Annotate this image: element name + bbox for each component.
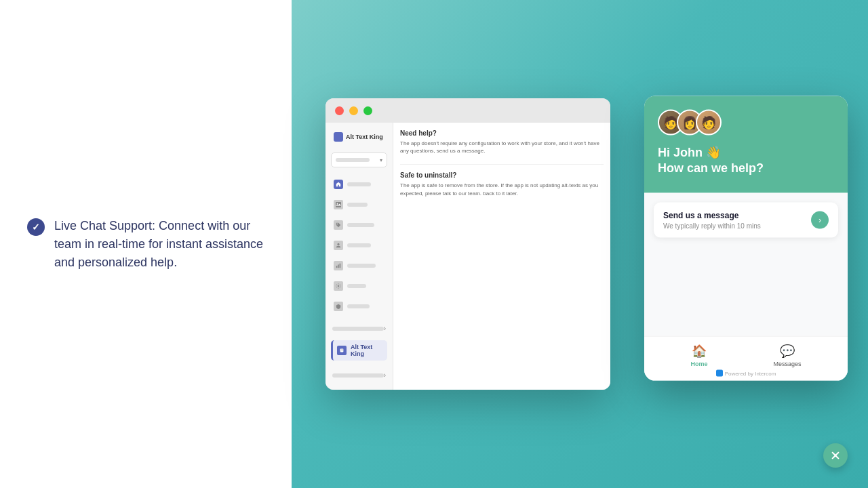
faq-text-2: The app is safe to remove from the store… [400, 182, 604, 197]
send-message-title: Send us a message [663, 210, 761, 220]
nav-item-chart[interactable] [331, 258, 387, 273]
nav-item-shield[interactable] [331, 299, 387, 314]
nav-label [347, 264, 376, 268]
chat-widget: 🧑 👩 🧑 Hi John 👋 How can we help? Send us… [644, 96, 848, 381]
app-sidebar: Alt Text King ▾ [326, 123, 393, 390]
sidebar-app-name: Alt Text King [346, 134, 383, 140]
check-icon [27, 218, 45, 236]
faq-title-2: Safe to uninstall? [400, 171, 604, 179]
active-nav-label: Alt Text King [351, 344, 383, 357]
chat-avatars: 🧑 👩 🧑 [658, 110, 834, 136]
expand-row-2[interactable]: › [331, 369, 387, 382]
chevron-right-icon: › [384, 325, 386, 332]
chevron-down-icon: ▾ [380, 157, 382, 163]
user-icon [334, 241, 343, 250]
greeting-line1: Hi John 👋 [658, 145, 834, 161]
browser-body: Alt Text King ▾ [326, 123, 610, 390]
messages-tab-icon: 💬 [780, 344, 795, 359]
nav-item-active[interactable]: Alt Text King [331, 340, 387, 361]
nav-label [347, 223, 374, 227]
left-panel: Live Chat Support: Connect with our team… [0, 0, 292, 488]
tab-home[interactable]: 🏠 Home [690, 344, 707, 367]
image-icon [334, 200, 343, 209]
chat-tabs: 🏠 Home 💬 Messages [658, 344, 834, 367]
chat-spacer [654, 244, 838, 326]
sidebar-app-header: Alt Text King [331, 129, 387, 144]
expand-row-1[interactable]: › [331, 322, 387, 335]
nav-label [347, 203, 368, 207]
settings-icon [334, 281, 343, 291]
home-icon [334, 180, 343, 189]
tab-home-label: Home [690, 361, 707, 367]
send-message-subtitle: We typically reply within 10 mins [663, 222, 761, 229]
nav-item-user[interactable] [331, 238, 387, 253]
chat-close-button[interactable] [823, 443, 848, 468]
svg-point-1 [337, 203, 338, 205]
send-message-card[interactable]: Send us a message We typically reply wit… [654, 202, 838, 237]
dropdown-bar [336, 158, 370, 162]
nav-label [347, 284, 366, 288]
shield-icon [334, 302, 343, 311]
right-panel: Alt Text King ▾ [292, 0, 868, 488]
svg-rect-8 [340, 349, 344, 352]
nav-label [347, 243, 371, 247]
faq-item-2: Safe to uninstall? The app is safe to re… [400, 171, 604, 197]
svg-rect-5 [338, 264, 339, 268]
browser-titlebar [326, 98, 610, 123]
faq-title-1: Need help? [400, 129, 604, 137]
svg-point-3 [337, 243, 339, 245]
feature-text: Live Chat Support: Connect with our team… [54, 217, 264, 272]
nav-item-tag[interactable] [331, 218, 387, 232]
app-main: Need help? The app doesn't require any c… [393, 123, 610, 390]
powered-by: Powered by Intercom [658, 370, 834, 377]
tag-icon [334, 220, 343, 230]
label-bar [332, 373, 384, 378]
svg-point-2 [337, 224, 338, 224]
intercom-logo [716, 370, 723, 377]
powered-by-text: Powered by Intercom [725, 370, 776, 376]
avatar-3: 🧑 [696, 110, 722, 136]
svg-point-7 [338, 285, 339, 287]
feature-item: Live Chat Support: Connect with our team… [27, 217, 264, 272]
sidebar-app-icon [334, 132, 343, 142]
greeting-line2: How can we help? [658, 161, 834, 176]
home-tab-icon: 🏠 [692, 344, 707, 359]
svg-rect-4 [336, 266, 338, 268]
tab-messages-label: Messages [773, 361, 801, 367]
dot-green[interactable] [363, 106, 372, 115]
divider [400, 164, 604, 165]
faq-item-1: Need help? The app doesn't require any c… [400, 129, 604, 155]
tab-messages[interactable]: 💬 Messages [773, 344, 801, 367]
chat-body: Send us a message We typically reply wit… [644, 192, 848, 336]
dot-red[interactable] [335, 106, 344, 115]
nav-item-home[interactable] [331, 177, 387, 192]
app-icon-small [337, 346, 347, 355]
browser-window: Alt Text King ▾ [326, 98, 610, 390]
nav-item-image[interactable] [331, 197, 387, 212]
chat-greeting: Hi John 👋 How can we help? [658, 145, 834, 177]
send-arrow-icon[interactable]: › [811, 211, 829, 228]
dot-yellow[interactable] [349, 106, 358, 115]
label-bar [332, 327, 384, 331]
nav-label [347, 182, 371, 186]
sidebar-dropdown[interactable]: ▾ [331, 152, 387, 167]
send-message-content: Send us a message We typically reply wit… [663, 210, 761, 229]
chevron-right-icon-2: › [384, 371, 386, 379]
chat-footer: 🏠 Home 💬 Messages Powered by Intercom [644, 336, 848, 381]
chat-header: 🧑 👩 🧑 Hi John 👋 How can we help? [644, 96, 848, 193]
nav-item-settings[interactable] [331, 279, 387, 293]
chart-icon [334, 261, 343, 270]
nav-label [347, 304, 370, 308]
svg-rect-6 [340, 264, 341, 268]
faq-text-1: The app doesn't require any configuratio… [400, 140, 604, 155]
